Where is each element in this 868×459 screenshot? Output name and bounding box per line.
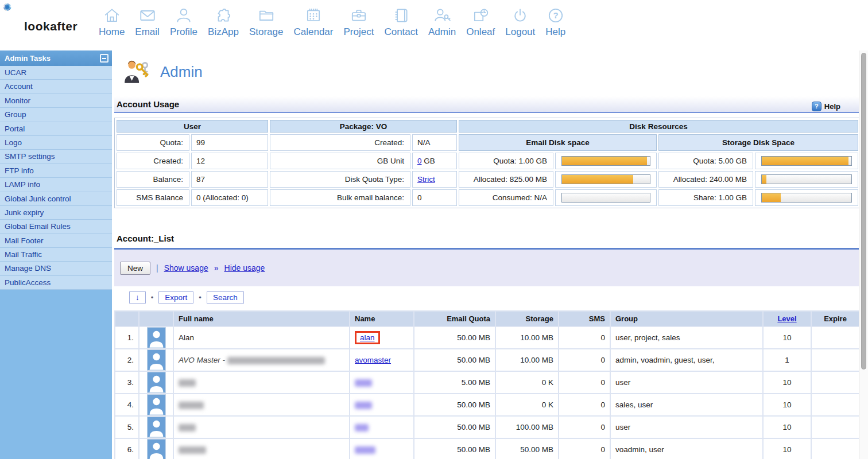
sidebar-item-account[interactable]: Account bbox=[0, 80, 112, 94]
scrollbar-thumb[interactable] bbox=[861, 53, 866, 369]
level-sort-link[interactable]: Level bbox=[777, 314, 796, 323]
email-allocated-label: Allocated: 825.00 MB bbox=[459, 171, 553, 188]
sms-cell: 0 bbox=[559, 349, 610, 371]
collapse-icon[interactable] bbox=[100, 54, 108, 63]
sidebar-item-manage-dns[interactable]: Manage DNS bbox=[0, 262, 112, 275]
level-cell: 10 bbox=[764, 439, 811, 459]
storage-cell: 0 K bbox=[496, 372, 558, 393]
col-level: Level bbox=[764, 312, 811, 326]
col-sms: SMS bbox=[559, 312, 610, 326]
col-index bbox=[115, 312, 138, 326]
new-button[interactable]: New bbox=[120, 262, 150, 275]
bullet-separator: • bbox=[151, 293, 154, 302]
sidebar-item-global-junk-control[interactable]: Global Junk control bbox=[0, 192, 112, 206]
avatar-cell bbox=[140, 372, 173, 393]
sidebar-item-group[interactable]: Group bbox=[0, 108, 112, 122]
search-button[interactable]: Search bbox=[207, 291, 244, 304]
vertical-scrollbar[interactable] bbox=[859, 50, 868, 459]
sort-button[interactable]: ↓ bbox=[129, 291, 146, 304]
nav-item-admin[interactable]: Admin bbox=[423, 6, 461, 38]
sidebar-item-global-email-rules[interactable]: Global Email Rules bbox=[0, 220, 112, 234]
nav-item-home[interactable]: Home bbox=[94, 6, 130, 38]
user-group-header: User bbox=[117, 120, 268, 133]
name-cell: alan bbox=[350, 327, 413, 348]
storage-icon bbox=[257, 6, 276, 25]
sidebar-item-smtp-settings[interactable]: SMTP settings bbox=[0, 150, 112, 164]
hide-usage-link[interactable]: Hide usage bbox=[224, 263, 265, 273]
account-name-link[interactable]: alan bbox=[360, 333, 375, 342]
nav-item-bizapp[interactable]: BizApp bbox=[203, 6, 244, 38]
redacted-link[interactable] bbox=[355, 402, 372, 409]
gb-unit-label: GB Unit bbox=[270, 153, 410, 169]
sms-cell: 0 bbox=[559, 394, 610, 415]
nav-item-profile[interactable]: Profile bbox=[165, 6, 203, 38]
avatar-cell bbox=[140, 417, 173, 438]
email-quota-label: Quota: 1.00 GB bbox=[459, 153, 553, 169]
page-header: Admin bbox=[123, 59, 859, 85]
help-label: Help bbox=[824, 99, 840, 114]
redacted-link[interactable] bbox=[355, 379, 372, 387]
email-icon bbox=[138, 6, 157, 25]
col-avatar bbox=[140, 312, 173, 326]
nav-item-calendar[interactable]: Calendar bbox=[288, 6, 338, 38]
package-created-value: N/A bbox=[412, 134, 457, 151]
col-email-quota: Email Quota bbox=[414, 312, 495, 326]
sidebar-item-lamp-info[interactable]: LAMP info bbox=[0, 178, 112, 192]
nav-item-onleaf[interactable]: Onleaf bbox=[461, 6, 500, 38]
nav-item-storage[interactable]: Storage bbox=[244, 6, 289, 38]
avatar bbox=[147, 372, 166, 393]
table-row: 1. Alan alan 50.00 MB 10.00 MB 0 user, p… bbox=[115, 327, 859, 348]
name-cell bbox=[350, 417, 413, 438]
spark-icon: ✺ bbox=[3, 1, 11, 14]
progress-fill bbox=[762, 193, 781, 202]
avatar bbox=[147, 417, 166, 438]
sidebar-item-publicaccess[interactable]: PublicAccess bbox=[0, 276, 112, 290]
redacted-text bbox=[179, 402, 204, 409]
gb-unit-link[interactable]: 0 bbox=[417, 157, 422, 165]
col-group: Group bbox=[611, 312, 762, 326]
nav-item-contact[interactable]: Contact bbox=[379, 6, 423, 38]
export-button[interactable]: Export bbox=[158, 291, 193, 304]
sidebar-item-mail-footer[interactable]: Mail Footer bbox=[0, 234, 112, 248]
disk-quota-type-link[interactable]: Strict bbox=[417, 175, 435, 184]
help-link[interactable]: ? Help bbox=[812, 99, 840, 114]
sidebar-item-ftp-info[interactable]: FTP info bbox=[0, 164, 112, 178]
email-quota-cell: 50.00 MB bbox=[414, 439, 495, 459]
level-cell: 10 bbox=[764, 327, 811, 348]
email-allocated-bar bbox=[555, 171, 657, 188]
avatar-cell bbox=[140, 439, 173, 459]
redacted-link[interactable] bbox=[355, 446, 375, 454]
sidebar-item-logo[interactable]: Logo bbox=[0, 136, 112, 150]
question-icon: ? bbox=[812, 102, 822, 111]
nav-item-email[interactable]: Email bbox=[130, 6, 165, 38]
email-consumed-label: Consumed: N/A bbox=[459, 189, 553, 206]
chevron-right-icon: » bbox=[214, 263, 219, 273]
nav-label: Home bbox=[99, 26, 125, 38]
avatar bbox=[147, 349, 166, 371]
list-toolbar: New | Show usage » Hide usage bbox=[114, 250, 859, 286]
name-cell bbox=[350, 439, 413, 459]
main-content: Admin Account Usage ? Help User Package:… bbox=[112, 50, 859, 459]
avatar-cell bbox=[140, 327, 173, 348]
bizapp-icon bbox=[214, 6, 232, 25]
sidebar-item-ucar[interactable]: UCAR bbox=[0, 66, 112, 80]
nav-item-project[interactable]: Project bbox=[338, 6, 379, 38]
nav-item-help[interactable]: ? Help bbox=[540, 6, 571, 38]
sidebar-item-mail-traffic[interactable]: Mail Traffic bbox=[0, 248, 112, 262]
group-cell: user, project, sales bbox=[611, 327, 762, 348]
admin-icon bbox=[433, 6, 451, 25]
redacted-link[interactable] bbox=[355, 424, 369, 431]
sidebar-item-junk-expiry[interactable]: Junk expiry bbox=[0, 206, 112, 220]
sidebar-item-monitor[interactable]: Monitor bbox=[0, 94, 112, 108]
full-name-cell bbox=[174, 372, 349, 393]
bulk-email-balance-label: Bulk email balance: bbox=[270, 189, 410, 206]
row-number: 3. bbox=[115, 372, 138, 393]
sidebar-item-portal[interactable]: Portal bbox=[0, 122, 112, 136]
account-name-link[interactable]: avomaster bbox=[355, 356, 391, 364]
nav-item-logout[interactable]: Logout bbox=[500, 6, 540, 38]
nav-label: BizApp bbox=[208, 26, 239, 38]
group-cell: user bbox=[611, 372, 762, 393]
user-quota-label: Quota: bbox=[117, 134, 189, 151]
storage-cell: 10.00 MB bbox=[496, 349, 558, 371]
show-usage-link[interactable]: Show usage bbox=[164, 263, 208, 273]
